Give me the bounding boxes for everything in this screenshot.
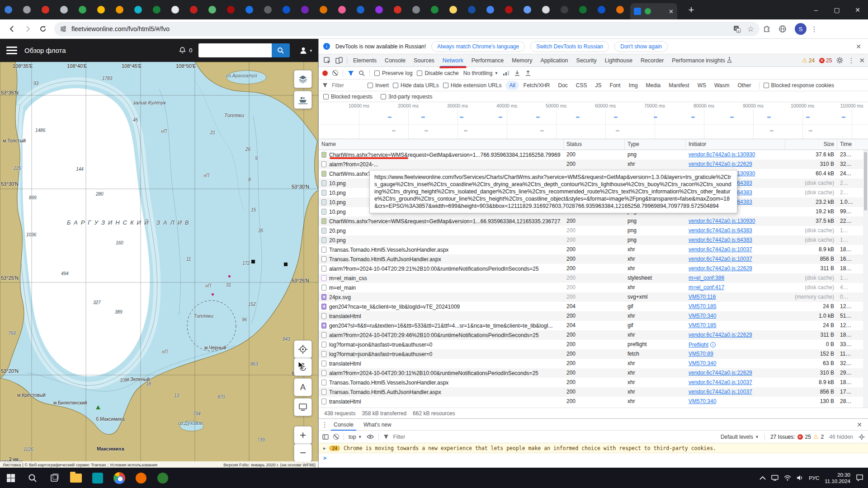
fleet-search-button[interactable] (272, 43, 290, 57)
tab-favicon[interactable] (171, 6, 179, 14)
tab-favicon[interactable] (394, 6, 401, 14)
network-request-row[interactable]: translateHtml200xhrVM570:3401.0 kB51… (319, 311, 868, 321)
blocked-requests-checkbox[interactable]: Blocked requests (323, 94, 373, 100)
console-settings-icon[interactable] (859, 434, 865, 440)
column-initiator[interactable]: Initiator (686, 139, 785, 150)
back-button[interactable] (5, 21, 20, 37)
hidden-icons-chevron[interactable] (760, 476, 766, 480)
device-toolbar-icon[interactable] (333, 55, 345, 66)
tab-favicon[interactable] (190, 6, 198, 14)
tab-favicon[interactable] (338, 6, 346, 14)
devtools-menu-icon[interactable]: ⋮ (848, 56, 854, 65)
tab-favicon[interactable] (42, 6, 49, 14)
fleet-search-input[interactable] (198, 43, 272, 57)
vessel-marker[interactable] (284, 263, 288, 266)
tab-favicon[interactable] (412, 6, 420, 14)
initiator-link[interactable]: vendor.6c7442a0.js:130930 (689, 150, 782, 159)
devtools-tab-sources[interactable]: Sources (410, 54, 439, 67)
app-orange-icon[interactable] (130, 468, 152, 488)
network-scrollbar[interactable] (863, 150, 868, 408)
request-name[interactable]: alarm?from=2024-10-04T20:29:46%2B10:00&r… (319, 330, 564, 340)
devtools-tab-memory[interactable]: Memory (508, 54, 536, 67)
devtools-tab-console[interactable]: Console (381, 54, 410, 67)
devtools-tab-performance[interactable]: Performance (467, 54, 508, 67)
initiator-link[interactable]: m=el_conf:386 (689, 273, 782, 282)
request-name[interactable]: 20.png (319, 235, 564, 245)
devtools-close-icon[interactable]: ✕ (859, 56, 865, 65)
buoy-marker[interactable] (212, 293, 214, 296)
infobar-close-icon[interactable]: ✕ (853, 43, 864, 50)
url-bar[interactable]: fleetviewonline.com/fvo/html5/#/fvo Aa ☆ (54, 22, 760, 36)
request-name[interactable]: log?format=json&hasfast=true&authuser=0 (319, 349, 564, 359)
initiator-link[interactable]: VM570:340 (689, 397, 782, 406)
console-context-dropdown[interactable]: top▼ (349, 434, 362, 440)
filter-chip-js[interactable]: JS (592, 81, 605, 90)
drawer-close-icon[interactable]: ✕ (853, 421, 866, 428)
tab-favicon[interactable] (505, 6, 513, 14)
tab-favicon[interactable] (5, 6, 12, 14)
network-request-row[interactable]: log?format=json&hasfast=true&authuser=02… (319, 340, 868, 349)
filter-chip-img[interactable]: Img (625, 81, 642, 90)
zoom-in-button[interactable]: + (294, 426, 312, 444)
console-clear-icon[interactable] (333, 434, 339, 440)
network-request-row[interactable]: Transas.Tornado.Html5.AuthJsonHandler.as… (319, 387, 868, 397)
taskbar-search-icon[interactable] (22, 468, 43, 488)
request-name[interactable]: alarm?from=2024-... (319, 160, 564, 169)
request-name[interactable]: alarm?from=2024-10-04T20:29:21%2B10:00&r… (319, 264, 564, 273)
third-party-requests-checkbox[interactable]: 3rd-party requests (381, 94, 432, 100)
request-name[interactable]: m=el_main_css (319, 273, 564, 283)
tab-favicon[interactable] (116, 6, 123, 14)
hide-data-urls-checkbox[interactable]: Hide data URLs (393, 82, 439, 89)
labels-toggle-button[interactable]: A (294, 378, 312, 396)
hide-extension-urls-checkbox[interactable]: Hide extension URLs (443, 82, 502, 89)
active-tab[interactable]: ✕ (630, 3, 677, 19)
initiator-link[interactable]: vendor.6c7442a0.js:22629 (689, 330, 782, 339)
network-overview-timeline[interactable]: 10000 ms20000 ms30000 ms40000 ms50000 ms… (319, 102, 868, 139)
initiator-link[interactable]: vendor.6c7442a0.js:22629 (689, 264, 782, 273)
initiator-link[interactable]: m=el_conf:417 (689, 283, 782, 292)
request-name[interactable]: Transas.Tornado.Html5.AuthJsonHandler.as… (319, 387, 564, 397)
filter-chip-all[interactable]: All (505, 81, 519, 90)
volume-tray-icon[interactable] (797, 475, 803, 481)
column-type[interactable]: Type (625, 139, 686, 150)
extensions-puzzle-icon[interactable] (760, 21, 775, 37)
tab-favicon[interactable] (134, 6, 142, 14)
zoom-out-button[interactable]: − (294, 444, 312, 462)
inspect-element-icon[interactable] (321, 55, 333, 66)
disable-cache-checkbox[interactable]: Disable cache (417, 70, 458, 76)
start-button[interactable] (0, 468, 22, 488)
forward-button[interactable] (20, 21, 35, 37)
menu-hamburger-icon[interactable] (6, 47, 17, 54)
console-sidebar-icon[interactable] (322, 434, 329, 440)
clear-icon[interactable] (332, 70, 338, 76)
switch-russian-button[interactable]: Switch DevTools to Russian (530, 41, 609, 52)
tab-close-icon[interactable]: ✕ (669, 8, 674, 15)
request-name[interactable]: translateHtml (319, 359, 564, 368)
filter-chip-ws[interactable]: WS (694, 81, 710, 90)
fullscreen-button[interactable] (294, 398, 312, 416)
initiator-link[interactable]: VM570:340 (689, 311, 782, 320)
network-request-row[interactable]: 24px.svg200svg+xmlVM570:116(memory cache… (319, 292, 868, 302)
filter-chip-media[interactable]: Media (642, 81, 665, 90)
keyboard-language[interactable]: РУС (809, 475, 819, 481)
window-maximize-button[interactable]: ▢ (826, 0, 847, 19)
network-request-row[interactable]: Transas.Tornado.Html5.VesselsJsonHandler… (319, 245, 868, 254)
devtools-tab-lighthouse[interactable]: Lighthouse (601, 54, 637, 67)
network-request-row[interactable]: m=el_main200xhrm=el_conf:417(disk cache)… (319, 283, 868, 292)
network-request-row[interactable]: alarm?from=2024-10-04T20:29:46%2B10:00&r… (319, 330, 868, 340)
devtools-tab-security[interactable]: Security (572, 54, 601, 67)
bookmark-star-icon[interactable]: ☆ (747, 24, 754, 34)
tab-favicon[interactable] (60, 6, 68, 14)
filter-chip-other[interactable]: Other (734, 81, 755, 90)
notifications[interactable]: 0 (179, 47, 192, 54)
tab-favicon[interactable] (97, 6, 105, 14)
expand-triangle-icon[interactable]: ▶ (323, 446, 326, 450)
devtools-tab-recorder[interactable]: Recorder (637, 54, 668, 67)
settings-gear-icon[interactable] (836, 57, 843, 64)
devtools-tab-elements[interactable]: Elements (349, 54, 381, 67)
initiator-link[interactable]: VM570:116 (689, 292, 782, 301)
tab-favicon[interactable] (264, 6, 272, 14)
filter-chip-manifest[interactable]: Manifest (665, 81, 693, 90)
initiator-link[interactable]: vendor.6c7442a0.js:10037 (689, 254, 782, 263)
request-name[interactable]: m=el_main (319, 283, 564, 292)
